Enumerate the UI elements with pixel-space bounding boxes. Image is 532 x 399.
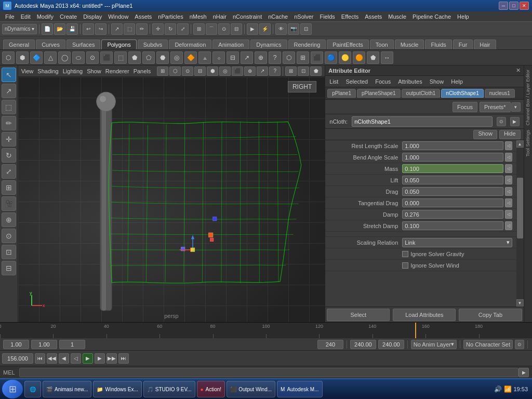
shelf-icon-10[interactable]: ⬟ <box>128 51 141 64</box>
network-icon[interactable]: 📶 <box>504 385 512 393</box>
attr-slider-restlength[interactable]: ◁ <box>505 141 512 150</box>
tab-fluids[interactable]: Fluids <box>425 39 451 49</box>
toolbar-btn-show-hide[interactable]: 👁 <box>275 23 287 35</box>
vp-menu-shading[interactable]: Shading <box>37 68 58 74</box>
viewport[interactable]: RIGHT <box>18 77 325 322</box>
toolbar-btn-save[interactable]: 💾 <box>66 23 78 35</box>
vp-menu-show[interactable]: Show <box>87 68 101 74</box>
vp-menu-panels[interactable]: Panels <box>134 68 151 74</box>
char-set-icon[interactable]: ⊙ <box>515 340 524 349</box>
menu-assets2[interactable]: Assets <box>362 12 385 21</box>
shelf-icon-24[interactable]: 🔵 <box>325 51 337 64</box>
menu-pipeline[interactable]: Pipeline Cache <box>409 12 454 21</box>
shelf-icon-4[interactable]: △ <box>44 51 57 64</box>
attr-slider-stretchdamp[interactable]: ◁ <box>505 221 512 230</box>
tool-select[interactable]: ↖ <box>2 68 16 82</box>
vp-icon-10[interactable]: ? <box>269 66 281 76</box>
menu-nhair[interactable]: nHair <box>210 12 230 21</box>
pb-btn-prev-key[interactable]: ◀◀ <box>47 353 57 364</box>
attr-menu-selected[interactable]: Selected <box>343 77 370 86</box>
start-button[interactable]: ⊞ <box>2 380 23 398</box>
tab-rendering[interactable]: Rendering <box>288 39 326 49</box>
checkbox-ignoregravity[interactable] <box>402 251 408 257</box>
shelf-icon-23[interactable]: ⬛ <box>311 51 323 64</box>
vp-icon-8[interactable]: ⊕ <box>244 66 256 76</box>
attr-scroll-area[interactable]: Rest Length Scale ◁ Bend Angle Scale <box>325 140 516 307</box>
tool-cam-track[interactable]: ⊕ <box>2 212 16 227</box>
menu-window[interactable]: Window <box>105 12 131 21</box>
attr-scrollbar-thumb[interactable] <box>517 178 523 238</box>
current-frame-input[interactable] <box>59 340 85 349</box>
ncloth-name-input[interactable] <box>352 116 492 127</box>
tool-move[interactable]: ✛ <box>2 132 16 147</box>
shelf-icon-12[interactable]: ⬣ <box>156 51 169 64</box>
shelf-icon-17[interactable]: ⊟ <box>227 51 239 64</box>
menu-modify[interactable]: Modify <box>34 12 57 21</box>
shelf-icon-14[interactable]: 🔶 <box>184 51 197 64</box>
attr-input-tangdrag[interactable] <box>402 198 503 207</box>
vp-icon-7[interactable]: ⬛ <box>232 66 243 76</box>
tab-curves[interactable]: Curves <box>36 39 65 49</box>
toolbar-btn-render[interactable]: ▶ <box>247 23 258 35</box>
tool-cam-tumble[interactable]: 🎥 <box>2 196 16 211</box>
vp-icon-4[interactable]: ⊟ <box>194 66 206 76</box>
ncloth-copy-btn1[interactable]: ⊙ <box>497 117 506 126</box>
attr-slider-mass[interactable]: ◁ <box>505 164 512 173</box>
tab-deformation[interactable]: Deformation <box>169 39 211 49</box>
shelf-icon-19[interactable]: ⊕ <box>255 51 267 64</box>
attr-menu-list[interactable]: List <box>327 77 340 86</box>
shelf-icon-3[interactable]: 🔷 <box>30 51 43 64</box>
tab-dynamics[interactable]: Dynamics <box>250 39 287 49</box>
shelf-icon-20[interactable]: ? <box>269 51 281 64</box>
menu-assets[interactable]: Assets <box>131 12 155 21</box>
node-tab-nucleus1[interactable]: nucleus1 <box>485 89 515 98</box>
toolbar-btn-rotate[interactable]: ↻ <box>165 23 176 35</box>
menu-edit[interactable]: Edit <box>18 12 34 21</box>
tab-fur[interactable]: Fur <box>453 39 473 49</box>
shelf-icon-7[interactable]: ⊙ <box>86 51 99 64</box>
menu-effects[interactable]: Effects <box>338 12 362 21</box>
shelf-icon-15[interactable]: ⟁ <box>198 51 211 64</box>
attr-slider-drag[interactable]: ◁ <box>505 187 512 196</box>
timeline-ruler[interactable]: 020406080100120140160180 <box>0 323 532 338</box>
menu-display[interactable]: Display <box>80 12 105 21</box>
shelf-icon-28[interactable]: ↔ <box>381 51 393 64</box>
tool-scale[interactable]: ⤢ <box>2 164 16 179</box>
tab-painteffects[interactable]: PaintEffects <box>327 39 369 49</box>
taskbar-btn-output[interactable]: ⬛ Output Wind... <box>227 381 275 397</box>
taskbar-btn-maya[interactable]: M Autodesk M... <box>277 381 322 397</box>
attr-scrollbar-up[interactable]: ▲ <box>516 140 524 148</box>
shelf-icon-21[interactable]: ⬡ <box>283 51 295 64</box>
attr-menu-help[interactable]: Help <box>449 77 465 86</box>
menu-fields[interactable]: Fields <box>316 12 338 21</box>
select-button[interactable]: Select <box>327 309 390 321</box>
vp-icon-2[interactable]: ⬡ <box>169 66 181 76</box>
taskbar-btn-explorer[interactable]: 📁 Windows Ex... <box>93 381 141 397</box>
attr-slider-bendangle[interactable]: ◁ <box>505 153 512 162</box>
end-range-input[interactable] <box>317 340 343 349</box>
toolbar-btn-redo[interactable]: ↪ <box>95 23 107 35</box>
menu-nparticles[interactable]: nParticles <box>155 12 186 21</box>
hide-button[interactable]: Hide <box>499 130 521 139</box>
vp-menu-view[interactable]: View <box>21 68 34 74</box>
vp-icon-11[interactable]: ⊞ <box>285 66 297 76</box>
end-frame-input[interactable] <box>378 340 404 349</box>
menu-nmesh[interactable]: nMesh <box>187 12 210 21</box>
vp-menu-lighting[interactable]: Lighting <box>63 68 83 74</box>
tab-toon[interactable]: Toon <box>370 39 394 49</box>
taskbar-btn-studio[interactable]: 🎵 STUDIO 9 EV... <box>143 381 195 397</box>
tool-rotate[interactable]: ↻ <box>2 148 16 163</box>
toolbar-btn-select[interactable]: ↗ <box>111 23 123 35</box>
toolbar-btn-ipr[interactable]: ⚡ <box>259 23 271 35</box>
attr-input-damp[interactable] <box>402 210 503 219</box>
tab-muscle[interactable]: Muscle <box>395 39 424 49</box>
shelf-icon-13[interactable]: ◎ <box>170 51 183 64</box>
toolbar-btn-snap-view[interactable]: ⊟ <box>231 23 242 35</box>
shelf-icon-27[interactable]: ⬟ <box>367 51 379 64</box>
copy-tab-button[interactable]: Copy Tab <box>459 309 522 321</box>
taskbar-btn-action[interactable]: ● Action! <box>197 381 225 397</box>
vp-icon-1[interactable]: ⊞ <box>157 66 168 76</box>
toolbar-btn-camera[interactable]: 📷 <box>288 23 299 35</box>
vp-menu-renderer[interactable]: Renderer <box>105 68 129 74</box>
attr-slider-lift[interactable]: ◁ <box>505 176 512 184</box>
